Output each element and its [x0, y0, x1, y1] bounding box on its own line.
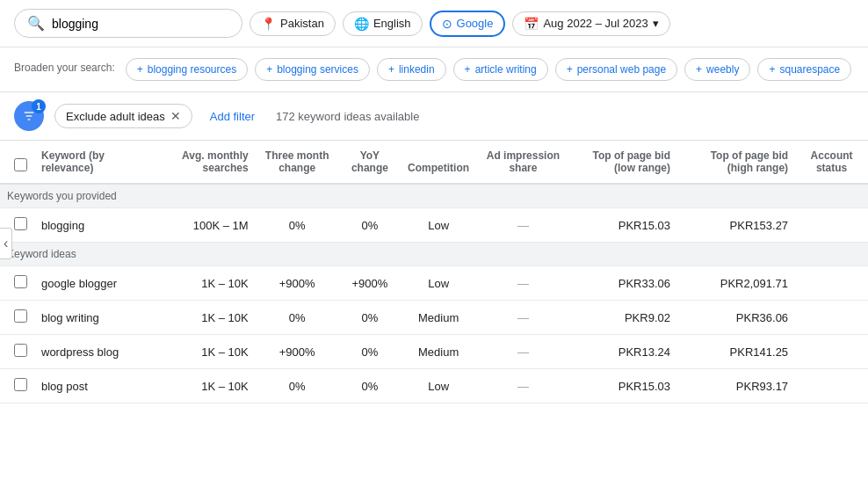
filter-bar: 1 Exclude adult ideas ✕ Add filter 172 k… [0, 92, 868, 141]
plus-icon-2: + [388, 63, 394, 76]
ad-impression-cell: — [476, 301, 570, 335]
yoy-cell: 0% [339, 335, 401, 369]
three-month-cell: +900% [256, 335, 339, 369]
th-ad-impression: Ad impression share [476, 141, 570, 184]
exclude-close-icon[interactable]: ✕ [170, 109, 181, 123]
competition-cell: Low [401, 266, 476, 301]
ideas-count: 172 keyword ideas available [276, 110, 419, 123]
row-checkbox[interactable] [14, 344, 27, 357]
competition-cell: Low [401, 208, 476, 243]
bid-high-cell: PKR2,091.71 [677, 266, 795, 301]
table-row: blogging 100K – 1M 0% 0% Low — PKR15.03 … [0, 208, 868, 243]
competition-cell: Low [401, 369, 476, 403]
row-checkbox-cell[interactable] [0, 335, 34, 369]
avg-monthly-cell: 1K – 10K [162, 369, 255, 403]
broaden-chip-label-5: weebly [706, 63, 739, 76]
avg-monthly-cell: 100K – 1M [162, 208, 255, 243]
yoy-cell: 0% [339, 369, 401, 403]
language-label: English [373, 17, 411, 30]
broaden-chip-0[interactable]: + blogging resources [126, 58, 248, 81]
competition-cell: Medium [401, 335, 476, 369]
plus-icon-6: + [769, 63, 775, 76]
broaden-chip-1[interactable]: + blogging services [255, 58, 370, 81]
yoy-cell: +900% [339, 266, 401, 301]
engine-icon: ⊙ [442, 17, 452, 31]
broaden-chip-label-2: linkedin [399, 63, 435, 76]
engine-label: Google [457, 17, 494, 30]
three-month-cell: 0% [256, 369, 339, 403]
keyword-table-wrap: Keyword (by relevance) Avg. monthly sear… [0, 141, 868, 403]
exclude-adult-chip[interactable]: Exclude adult ideas ✕ [54, 104, 192, 128]
ad-impression-cell: — [476, 208, 570, 243]
broaden-chip-2[interactable]: + linkedin [377, 58, 446, 81]
broaden-chip-4[interactable]: + personal web page [555, 58, 677, 81]
broaden-section: Broaden your search: + blogging resource… [0, 47, 868, 92]
engine-chip[interactable]: ⊙ Google [430, 11, 506, 37]
table-body: Keywords you provided blogging 100K – 1M… [0, 184, 868, 403]
filter-button[interactable]: 1 [14, 101, 44, 131]
table-row: blog writing 1K – 10K 0% 0% Medium — PKR… [0, 301, 868, 335]
broaden-chip-6[interactable]: + squarespace [757, 58, 851, 81]
bid-high-cell: PKR93.17 [677, 369, 795, 403]
broaden-chip-5[interactable]: + weebly [684, 58, 750, 81]
row-checkbox-cell[interactable] [0, 369, 34, 403]
row-checkbox[interactable] [14, 217, 27, 230]
row-checkbox[interactable] [14, 378, 27, 391]
row-checkbox[interactable] [14, 309, 27, 323]
broaden-chip-label-1: blogging services [277, 63, 358, 76]
left-panel-toggle[interactable]: ‹ [0, 228, 12, 259]
keyword-cell: blog post [34, 369, 162, 403]
table-row: wordpress blog 1K – 10K +900% 0% Medium … [0, 335, 868, 369]
search-input-wrap[interactable]: 🔍 [14, 9, 242, 38]
account-status-cell [795, 301, 868, 335]
keyword-cell: wordpress blog [34, 335, 162, 369]
th-bid-low: Top of page bid (low range) [570, 141, 677, 184]
bid-high-cell: PKR141.25 [677, 335, 795, 369]
th-avg-monthly: Avg. monthly searches [162, 141, 255, 184]
search-input[interactable] [52, 17, 229, 31]
table-header-row: Keyword (by relevance) Avg. monthly sear… [0, 141, 868, 184]
th-competition: Competition [401, 141, 476, 184]
date-range-chip[interactable]: 📅 Aug 2022 – Jul 2023 ▾ [512, 11, 669, 36]
language-icon: 🌐 [354, 17, 369, 31]
th-keyword: Keyword (by relevance) [34, 141, 162, 184]
bid-high-cell: PKR153.27 [677, 208, 795, 243]
competition-cell: Medium [401, 301, 476, 335]
select-all-header[interactable] [0, 141, 34, 184]
section-provided-row: Keywords you provided [0, 184, 868, 208]
location-chip[interactable]: 📍 Pakistan [250, 11, 336, 36]
calendar-icon: 📅 [524, 17, 539, 31]
filter-badge: 1 [32, 99, 46, 113]
broaden-chip-label-3: article writing [475, 63, 537, 76]
add-filter-button[interactable]: Add filter [203, 105, 262, 127]
plus-icon-5: + [696, 63, 702, 76]
broaden-chip-3[interactable]: + article writing [453, 58, 548, 81]
select-all-checkbox[interactable] [14, 158, 27, 171]
account-status-cell [795, 369, 868, 403]
language-chip[interactable]: 🌐 English [343, 11, 423, 36]
account-status-cell [795, 266, 868, 301]
row-checkbox[interactable] [14, 275, 27, 288]
broaden-chip-label-4: personal web page [577, 63, 666, 76]
search-bar: 🔍 📍 Pakistan 🌐 English ⊙ Google 📅 Aug 20… [0, 0, 868, 47]
date-dropdown-icon: ▾ [653, 17, 659, 30]
avg-monthly-cell: 1K – 10K [162, 335, 255, 369]
plus-icon-4: + [567, 63, 573, 76]
date-range-label: Aug 2022 – Jul 2023 [543, 17, 647, 30]
table-row: blog post 1K – 10K 0% 0% Low — PKR15.03 … [0, 369, 868, 403]
row-checkbox-cell[interactable] [0, 266, 34, 301]
th-three-month: Three month change [256, 141, 339, 184]
three-month-cell: +900% [256, 266, 339, 301]
bid-low-cell: PKR15.03 [570, 369, 677, 403]
keyword-cell: blogging [34, 208, 162, 243]
broaden-chip-label-0: blogging resources [148, 63, 236, 76]
plus-icon-1: + [266, 63, 272, 76]
keyword-cell: blog writing [34, 301, 162, 335]
row-checkbox-cell[interactable] [0, 301, 34, 335]
account-status-cell [795, 208, 868, 243]
bid-high-cell: PKR36.06 [677, 301, 795, 335]
three-month-cell: 0% [256, 301, 339, 335]
section-ideas-label: Keyword ideas [0, 243, 868, 266]
avg-monthly-cell: 1K – 10K [162, 301, 255, 335]
table-row: google blogger 1K – 10K +900% +900% Low … [0, 266, 868, 301]
